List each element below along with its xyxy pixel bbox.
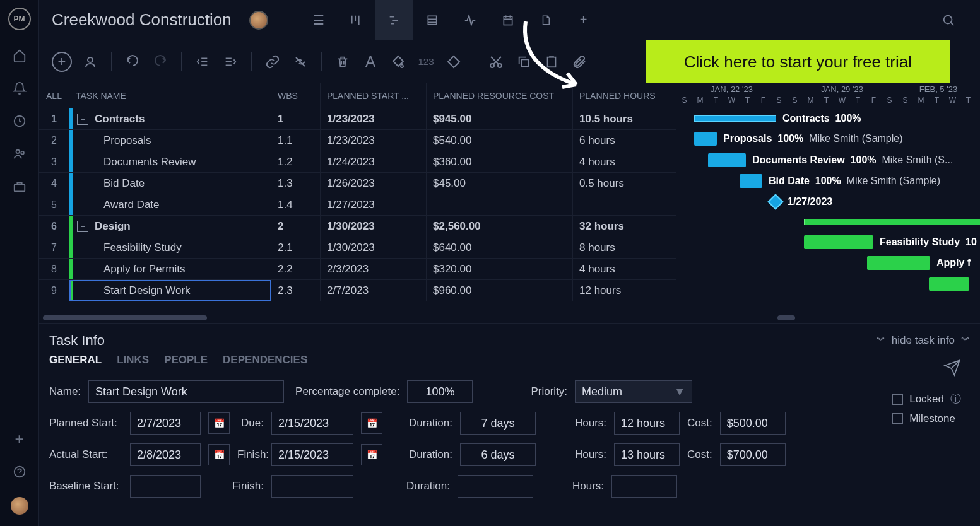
plus-icon[interactable]: + [12, 431, 27, 447]
gantt-bar[interactable]: 1/27/2023 [770, 194, 832, 209]
send-icon[interactable] [943, 359, 961, 381]
priority-select[interactable]: Medium▼ [575, 380, 692, 403]
gantt-bar[interactable] [929, 276, 969, 291]
planned-start-label: Planned Start: [49, 417, 122, 430]
timeline-day: F [866, 96, 882, 108]
activity-view-icon[interactable] [451, 0, 489, 40]
tab-people[interactable]: PEOPLE [164, 354, 208, 366]
baseline-hours-input[interactable] [611, 475, 677, 498]
hours-planned-input[interactable] [614, 412, 680, 435]
calendar-icon[interactable]: 📅 [361, 412, 382, 434]
table-row[interactable]: 4Bid Date1.31/26/2023$45.000.5 hours [39, 173, 676, 194]
duration-actual-input[interactable] [460, 443, 536, 466]
name-input[interactable] [88, 380, 284, 403]
clock-icon[interactable] [12, 114, 27, 129]
sheet-view-icon[interactable] [413, 0, 451, 40]
hours-label: Hours: [575, 448, 606, 461]
table-row[interactable]: 5Award Date1.41/27/2023 [39, 194, 676, 216]
actual-start-input[interactable] [130, 443, 201, 466]
baseline-start-input[interactable] [130, 475, 201, 498]
col-start[interactable]: PLANNED START ... [321, 83, 427, 108]
baseline-duration-input[interactable] [458, 475, 533, 498]
unlink-icon[interactable] [291, 52, 310, 71]
help-icon[interactable] [12, 464, 27, 479]
fill-icon[interactable] [389, 52, 408, 71]
tab-links[interactable]: LINKS [117, 354, 149, 366]
number-icon[interactable]: 123 [416, 52, 435, 71]
hours-actual-input[interactable] [614, 443, 680, 466]
gantt-bar[interactable]: Apply f [867, 255, 971, 271]
table-row[interactable]: 1−Contracts11/23/2023$945.0010.5 hours [39, 108, 676, 130]
timeline-day: T [850, 96, 866, 108]
gantt-view-icon[interactable] [375, 0, 413, 40]
user-avatar[interactable] [11, 497, 28, 515]
board-view-icon[interactable] [338, 0, 375, 40]
grid-scrollbar[interactable] [39, 313, 676, 323]
pct-input[interactable] [407, 380, 473, 403]
delete-icon[interactable] [333, 52, 352, 71]
paste-icon[interactable] [542, 52, 561, 71]
hide-task-info-button[interactable]: ︾ hide task info ︾ [877, 334, 970, 347]
gantt-bar[interactable]: Bid Date 100% Mike Smith (Sample) [740, 173, 940, 189]
outdent-icon[interactable] [193, 52, 212, 71]
cta-banner[interactable]: Click here to start your free trial [646, 40, 950, 83]
gantt-bar[interactable]: Contracts 100% [694, 111, 861, 126]
finish-input[interactable] [271, 443, 353, 466]
task-info-title: Task Info [49, 332, 105, 349]
locked-checkbox[interactable]: Locked ⓘ [892, 392, 961, 406]
table-row[interactable]: 3Documents Review1.21/24/2023$360.004 ho… [39, 151, 676, 173]
milestone-checkbox[interactable]: Milestone [892, 412, 961, 425]
due-input[interactable] [271, 412, 353, 435]
table-row[interactable]: 2Proposals1.11/23/2023$540.006 hours [39, 130, 676, 151]
table-row[interactable]: 7Feasibility Study2.11/30/2023$640.008 h… [39, 237, 676, 259]
cost-planned-input[interactable] [720, 412, 786, 435]
gantt-bar[interactable] [804, 214, 980, 230]
table-row[interactable]: 9Start Design Work2.32/7/2023$960.0012 h… [39, 280, 676, 301]
due-label: Due: [237, 417, 264, 430]
app-logo[interactable]: PM [8, 8, 31, 30]
gantt-bar[interactable]: Feasibility Study 10 [804, 235, 977, 250]
attachment-icon[interactable] [570, 52, 589, 71]
planned-start-input[interactable] [130, 412, 201, 435]
table-row[interactable]: 6−Design21/30/2023$2,560.0032 hours [39, 216, 676, 237]
calendar-icon[interactable]: 📅 [361, 444, 382, 465]
gantt-bar[interactable]: Documents Review 100% Mike Smith (S... [708, 153, 953, 168]
assign-icon[interactable] [81, 52, 100, 71]
timeline-day: W [724, 96, 740, 108]
gantt-scrollbar[interactable] [676, 313, 980, 323]
calendar-icon[interactable]: 📅 [208, 412, 230, 434]
col-hours[interactable]: PLANNED HOURS [573, 83, 675, 108]
tab-general[interactable]: GENERAL [49, 354, 102, 366]
file-view-icon[interactable] [527, 0, 565, 40]
duration-planned-input[interactable] [460, 412, 536, 435]
tab-dependencies[interactable]: DEPENDENCIES [223, 354, 307, 366]
cut-icon[interactable] [487, 52, 505, 71]
people-icon[interactable] [12, 146, 27, 161]
col-name[interactable]: TASK NAME [69, 83, 271, 108]
baseline-finish-input[interactable] [271, 475, 353, 498]
svg-rect-12 [548, 57, 556, 67]
home-icon[interactable] [12, 48, 27, 63]
table-row[interactable]: 8Apply for Permits2.22/3/2023$320.004 ho… [39, 259, 676, 280]
link-icon[interactable] [263, 52, 282, 71]
copy-icon[interactable] [514, 52, 533, 71]
milestone-icon[interactable] [444, 52, 463, 71]
indent-icon[interactable] [221, 52, 240, 71]
text-icon[interactable]: A [361, 52, 380, 71]
col-all[interactable]: ALL [39, 83, 69, 108]
search-icon[interactable] [930, 0, 967, 40]
list-view-icon[interactable]: ☰ [300, 0, 338, 40]
add-view-icon[interactable]: + [565, 0, 603, 40]
add-task-button[interactable]: + [52, 52, 72, 72]
col-wbs[interactable]: WBS [271, 83, 321, 108]
bell-icon[interactable] [12, 81, 27, 96]
calendar-view-icon[interactable] [489, 0, 527, 40]
briefcase-icon[interactable] [12, 179, 27, 194]
undo-icon[interactable] [123, 52, 142, 71]
gantt-bar[interactable]: Proposals 100% Mike Smith (Sample) [694, 131, 903, 146]
redo-icon[interactable] [151, 52, 170, 71]
project-owner-avatar[interactable] [249, 11, 268, 30]
calendar-icon[interactable]: 📅 [208, 444, 230, 465]
cost-actual-input[interactable] [720, 443, 786, 466]
col-cost[interactable]: PLANNED RESOURCE COST [427, 83, 573, 108]
